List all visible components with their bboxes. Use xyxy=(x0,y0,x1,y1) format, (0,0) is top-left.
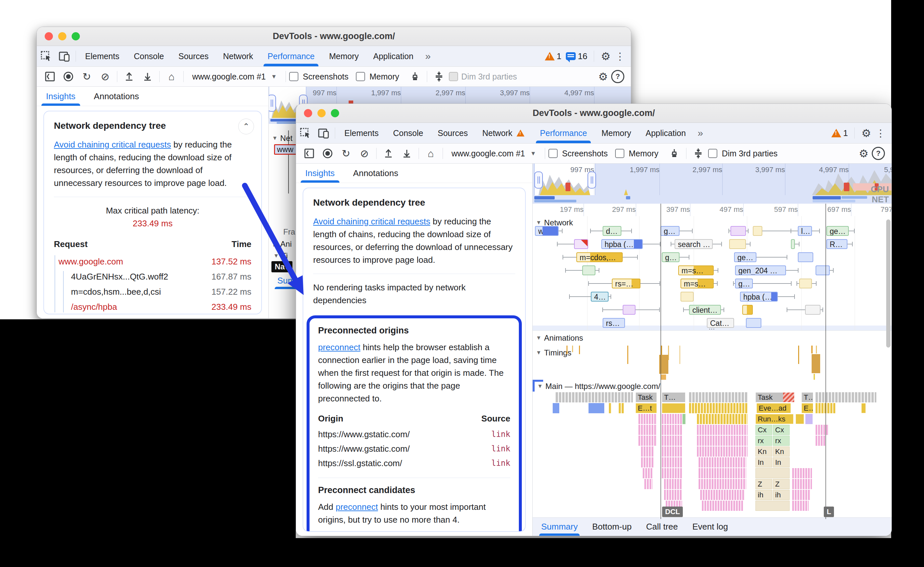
flame-block[interactable] xyxy=(755,468,790,478)
memory-checkbox[interactable] xyxy=(356,72,365,81)
device-toolbar-icon[interactable] xyxy=(55,49,74,63)
selection-handle-left[interactable] xyxy=(534,171,543,189)
network-request-chip[interactable]: client… xyxy=(689,305,721,315)
collapse-card-button[interactable]: ⌃ xyxy=(238,118,254,134)
warning-badge[interactable]: 1 xyxy=(545,51,561,62)
flame-block[interactable]: T… xyxy=(801,392,813,402)
main-thread-header[interactable]: ▼Main — https://www.google.com/ xyxy=(532,380,891,392)
preconnect-link[interactable]: preconnect xyxy=(318,342,360,352)
flame-block[interactable]: Task xyxy=(636,392,657,402)
network-request-chip[interactable] xyxy=(582,266,596,275)
more-tabs-icon[interactable]: » xyxy=(421,51,435,62)
origin-source[interactable]: link xyxy=(491,459,510,468)
screenshots-checkbox[interactable] xyxy=(289,72,298,81)
network-request-chip[interactable]: g… xyxy=(735,279,753,288)
flame-block[interactable]: Z xyxy=(755,479,772,489)
tab-console[interactable]: Console xyxy=(386,123,430,143)
selection-handle-left[interactable] xyxy=(269,94,276,112)
flame-block[interactable]: rx xyxy=(773,436,790,446)
tab-memory[interactable]: Memory xyxy=(594,123,638,143)
dim-3rd-parties-checkbox[interactable] xyxy=(708,149,717,158)
avoid-chaining-link[interactable]: Avoid chaining critical requests xyxy=(54,140,171,150)
network-request-chip[interactable]: gen_204 … xyxy=(735,266,786,275)
tab-network[interactable]: Network xyxy=(475,123,533,143)
flame-block[interactable]: E… xyxy=(801,403,813,413)
request-row[interactable]: 4UaGrENHsx...QtG.woff2167.87 ms xyxy=(58,269,251,284)
network-request-chip[interactable]: www.g… xyxy=(535,226,559,236)
avoid-chaining-link[interactable]: Avoid chaining critical requests xyxy=(313,216,430,226)
flame-block[interactable]: In xyxy=(755,457,772,468)
inspect-icon[interactable] xyxy=(37,49,55,63)
tab-sources[interactable]: Sources xyxy=(430,123,475,143)
collapse-icon[interactable] xyxy=(690,146,707,161)
section-animations[interactable]: ▼Animations xyxy=(536,333,583,343)
flame-block[interactable]: ih xyxy=(755,490,772,500)
network-request-chip[interactable] xyxy=(729,239,746,249)
network-request-chip[interactable] xyxy=(622,305,636,315)
tab-call-tree[interactable]: Call tree xyxy=(646,518,678,536)
network-request-chip[interactable]: m=s… xyxy=(678,266,714,275)
more-tabs-icon[interactable]: » xyxy=(693,128,708,139)
preconnect-link-2[interactable]: preconnect xyxy=(336,502,378,512)
tab-sources[interactable]: Sources xyxy=(171,46,216,66)
kebab-menu-icon[interactable]: ⋮ xyxy=(615,51,625,62)
perf-settings-gear-icon[interactable]: ⚙ xyxy=(598,71,608,82)
origin-source[interactable]: link xyxy=(491,430,510,439)
request-row[interactable]: m=cdos,hsm...bee,d,csi157.22 ms xyxy=(58,284,251,299)
network-request-chip[interactable] xyxy=(805,305,820,315)
network-request-chip[interactable]: m=s… xyxy=(681,279,714,288)
reload-icon[interactable]: ↻ xyxy=(78,69,95,84)
tab-elements[interactable]: Elements xyxy=(337,123,386,143)
tab-annotations[interactable]: Annotations xyxy=(353,164,398,183)
network-request-chip[interactable] xyxy=(681,292,694,302)
clear-icon[interactable]: ⊘ xyxy=(97,69,114,84)
network-request-chip[interactable] xyxy=(753,226,762,236)
section-timings[interactable]: ▼Timings xyxy=(536,348,572,357)
clear-icon[interactable]: ⊘ xyxy=(356,146,373,161)
flame-block[interactable]: Kn xyxy=(773,447,790,457)
flame-block[interactable] xyxy=(662,403,686,413)
network-request-chip[interactable]: R… xyxy=(826,239,848,249)
flame-block[interactable]: Run…ks xyxy=(755,414,794,424)
network-request-chip[interactable]: g… xyxy=(660,226,680,236)
download-profile-icon[interactable] xyxy=(139,69,156,84)
help-icon[interactable]: ? xyxy=(609,69,626,84)
flame-block[interactable]: Cx xyxy=(755,425,772,435)
help-icon[interactable]: ? xyxy=(870,146,887,161)
tab-summary[interactable]: Summary xyxy=(541,518,578,536)
record-icon[interactable] xyxy=(319,146,336,161)
memory-checkbox[interactable] xyxy=(615,149,624,158)
target-selector[interactable]: www.google.com #1▼ xyxy=(446,149,542,158)
dock-panel-icon[interactable] xyxy=(301,146,318,161)
tab-application[interactable]: Application xyxy=(639,123,693,143)
gc-brush-icon[interactable] xyxy=(406,69,423,84)
flame-block[interactable]: Z xyxy=(773,479,790,489)
flame-block[interactable]: rx xyxy=(755,436,772,446)
target-selector[interactable]: www.google.com #1▼ xyxy=(187,72,282,81)
network-request-chip[interactable]: l… xyxy=(798,226,812,236)
main-flame-chart[interactable]: TaskT…TaskT…E…tEve…adE…Run…ksCxCxrxrxKnK… xyxy=(532,392,891,519)
tab-network[interactable]: Network xyxy=(216,46,261,66)
flame-block[interactable]: E…t xyxy=(636,403,657,413)
settings-gear-icon[interactable]: ⚙ xyxy=(861,128,871,139)
device-toolbar-icon[interactable] xyxy=(315,126,333,140)
flame-block[interactable]: Cx xyxy=(773,425,790,435)
tab-performance[interactable]: Performance xyxy=(260,46,322,66)
network-request-chip[interactable] xyxy=(742,305,753,315)
inspect-icon[interactable] xyxy=(296,126,315,140)
flame-block[interactable]: Task xyxy=(755,392,795,402)
network-request-chip[interactable] xyxy=(799,279,812,288)
network-request-chip[interactable]: d… xyxy=(603,226,621,236)
flame-block[interactable]: ih xyxy=(773,490,790,500)
tab-elements[interactable]: Elements xyxy=(78,46,126,66)
network-request-chip[interactable]: Cat… xyxy=(707,318,734,328)
download-profile-icon[interactable] xyxy=(398,146,416,161)
flame-block[interactable]: Eve…ad xyxy=(756,403,791,413)
tab-bottom-up[interactable]: Bottom-up xyxy=(592,518,632,536)
network-request-chip[interactable]: search … xyxy=(675,239,713,249)
home-icon[interactable]: ⌂ xyxy=(163,69,180,84)
network-request-chip[interactable]: 4… xyxy=(591,292,609,302)
tab-performance[interactable]: Performance xyxy=(532,123,594,143)
selection-handle-right[interactable] xyxy=(588,171,596,189)
tab-event-log[interactable]: Event log xyxy=(692,518,728,536)
